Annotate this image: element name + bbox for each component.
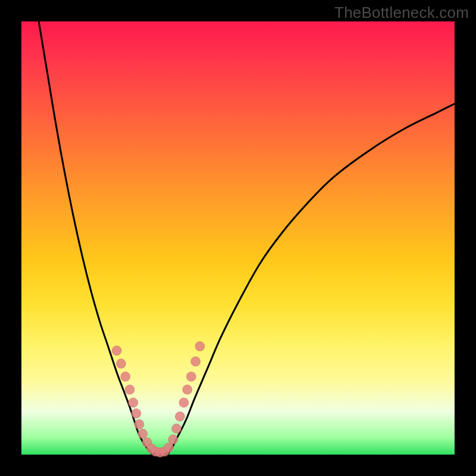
watermark-label: TheBottleneck.com [334, 4, 469, 22]
accent-dots-group [112, 342, 205, 457]
accent-dot [131, 409, 141, 418]
chart-frame: TheBottleneck.com [0, 0, 476, 476]
plot-area [21, 21, 455, 455]
accent-dot [134, 419, 144, 429]
accent-dot [195, 342, 205, 351]
accent-dot [168, 435, 178, 444]
accent-dot [191, 356, 201, 366]
accent-dot [112, 346, 121, 355]
accent-dot [183, 385, 192, 394]
curve-svg [21, 21, 455, 455]
accent-dot [179, 398, 189, 408]
accent-dot [175, 412, 184, 421]
left-branch-curve [39, 21, 151, 452]
accent-dot [138, 429, 148, 439]
accent-dot [116, 359, 126, 368]
right-branch-curve [169, 104, 455, 452]
accent-dot [125, 385, 134, 394]
accent-dot [121, 372, 130, 381]
accent-dot [172, 424, 181, 433]
accent-dot [186, 372, 196, 381]
accent-dot [129, 398, 138, 408]
accent-dot [164, 443, 174, 452]
